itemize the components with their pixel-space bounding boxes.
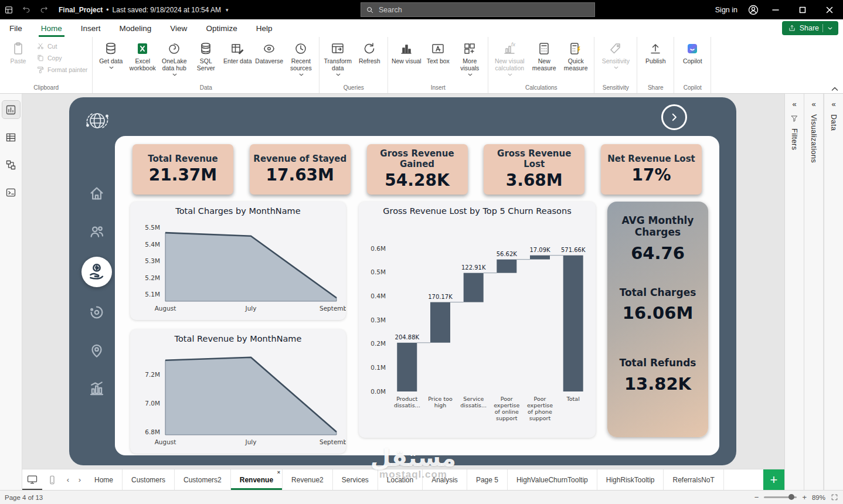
- close-tab-icon[interactable]: ×: [277, 470, 280, 475]
- prev-tab-icon[interactable]: ‹: [62, 469, 74, 490]
- nav-customers-button[interactable]: [84, 219, 110, 244]
- menu-modeling[interactable]: Modeling: [110, 19, 161, 37]
- undo-icon[interactable]: [18, 0, 35, 19]
- minimize-button[interactable]: [762, 0, 789, 19]
- nav-analysis-button[interactable]: [84, 376, 110, 401]
- menu-view[interactable]: View: [161, 19, 196, 37]
- get-data-button[interactable]: Get data: [95, 40, 127, 71]
- report-view-button[interactable]: [2, 101, 20, 118]
- mobile-layout-button[interactable]: [42, 469, 62, 490]
- next-tab-icon[interactable]: ›: [74, 469, 86, 490]
- more-visuals-button[interactable]: More visuals: [454, 40, 485, 78]
- menu-insert[interactable]: Insert: [72, 19, 110, 37]
- sql-server-button[interactable]: SQL Server: [190, 40, 222, 73]
- chart-title: Total Charges by MonthName: [130, 202, 346, 216]
- page-tab-page-5[interactable]: Page 5: [467, 469, 508, 490]
- onelake-data-hub-button[interactable]: OneLake data hub: [158, 40, 190, 78]
- expand-filters-icon[interactable]: «: [792, 100, 796, 108]
- excel-workbook-button[interactable]: Excel workbook: [127, 40, 158, 73]
- sensitivity-button[interactable]: Sensitivity: [597, 40, 634, 71]
- table-view-button[interactable]: [2, 128, 20, 146]
- maximize-button[interactable]: [789, 0, 816, 19]
- new-visual-button[interactable]: New visual: [390, 40, 422, 66]
- collapse-ribbon-icon[interactable]: [831, 87, 838, 91]
- next-page-button[interactable]: [661, 104, 687, 130]
- report-canvas[interactable]: Total Revenue 21.37M Revenue of Stayed 1…: [22, 94, 784, 469]
- nav-revenue-button[interactable]: [81, 257, 112, 287]
- filters-pane-label: Filters: [790, 128, 798, 151]
- menu-file[interactable]: File: [0, 19, 32, 37]
- kpi-total-revenue[interactable]: Total Revenue 21.37M: [132, 144, 233, 195]
- page-tab-label: Analysis: [431, 476, 458, 484]
- expand-visualizations-icon[interactable]: «: [811, 100, 815, 108]
- text-box-button[interactable]: Text box: [422, 40, 454, 66]
- zoom-out-button[interactable]: −: [754, 493, 759, 502]
- chart-total-charges[interactable]: Total Charges by MonthName 5.5M5.4M5.3M5…: [130, 202, 346, 320]
- new-measure-button[interactable]: New measure: [528, 40, 560, 73]
- quick-measure-button[interactable]: Quick measure: [560, 40, 592, 73]
- page-tab-customers2[interactable]: Customers2: [175, 469, 231, 490]
- page-tab-highrisktooltip[interactable]: HighRiskTooltip: [597, 469, 664, 490]
- kpi-revenue-of-stayed[interactable]: Revenue of Stayed 17.63M: [250, 144, 351, 195]
- zoom-slider[interactable]: [764, 496, 797, 498]
- filters-pane[interactable]: « Filters: [784, 94, 804, 490]
- page-tab-analysis[interactable]: Analysis: [423, 469, 467, 490]
- svg-text:0.2M: 0.2M: [370, 340, 386, 347]
- app-icon[interactable]: [0, 0, 18, 19]
- nav-home-button[interactable]: [84, 181, 110, 206]
- search-box[interactable]: [361, 2, 595, 17]
- desktop-layout-button[interactable]: [22, 469, 42, 490]
- refresh-button[interactable]: Refresh: [353, 40, 385, 66]
- model-view-button[interactable]: [2, 156, 20, 173]
- add-page-button[interactable]: +: [763, 469, 784, 490]
- stats-panel[interactable]: AVG Monthly Charges 64.76 Total Charges …: [607, 202, 708, 437]
- kpi-net-revenue-lost[interactable]: Net Revenue Lost 17%: [601, 144, 702, 195]
- account-avatar-icon[interactable]: [745, 0, 762, 19]
- chart-total-revenue[interactable]: Total Revenue by MonthName 7.2M7.0M6.8MA…: [130, 329, 346, 454]
- cut-button[interactable]: Cut: [34, 41, 90, 52]
- recent-sources-button[interactable]: Recent sources: [285, 40, 317, 78]
- title-caret-icon[interactable]: ▾: [226, 7, 229, 13]
- sign-in-button[interactable]: Sign in: [715, 6, 737, 14]
- page-tab-customers[interactable]: Customers: [123, 469, 175, 490]
- expand-data-icon[interactable]: «: [831, 100, 835, 108]
- search-input[interactable]: [379, 6, 590, 14]
- visualizations-pane[interactable]: « Visualizations: [804, 94, 823, 490]
- data-pane[interactable]: « Data: [824, 94, 843, 490]
- nav-settings-button[interactable]: [84, 299, 110, 325]
- format-painter-button[interactable]: Format painter: [34, 64, 90, 75]
- menu-optimize[interactable]: Optimize: [196, 19, 246, 37]
- paste-button[interactable]: Paste: [2, 40, 34, 66]
- kpi-gross-revenue-lost[interactable]: Gross Revenue Lost 3.68M: [484, 144, 584, 195]
- page-tab-renvenue[interactable]: Renvenue×: [231, 469, 283, 490]
- new-visual-calculation-button[interactable]: fx New visual calculation: [491, 40, 528, 78]
- chart-waterfall[interactable]: Gross Revenue Lost by Top 5 Churn Reason…: [359, 202, 596, 438]
- enter-data-button[interactable]: Enter data: [222, 40, 253, 66]
- page-tab-revenue2[interactable]: Revenue2: [283, 469, 333, 490]
- document-title[interactable]: Final_Project • Last saved: 9/18/2024 at…: [59, 6, 229, 14]
- transform-data-button[interactable]: Transform data: [322, 40, 353, 78]
- title-bar: Final_Project • Last saved: 9/18/2024 at…: [0, 0, 843, 19]
- nav-location-button[interactable]: [84, 338, 110, 363]
- share-button[interactable]: Share: [782, 21, 838, 35]
- copilot-button[interactable]: Copilot: [677, 40, 708, 66]
- redo-icon[interactable]: [35, 0, 53, 19]
- page-tab-home[interactable]: Home: [86, 469, 123, 490]
- page-tab-services[interactable]: Services: [333, 469, 378, 490]
- copy-button[interactable]: Copy: [34, 53, 90, 63]
- fit-to-page-button[interactable]: [831, 493, 838, 501]
- menu-help[interactable]: Help: [247, 19, 282, 37]
- close-button[interactable]: [816, 0, 843, 19]
- publish-button[interactable]: Publish: [640, 40, 671, 66]
- dataverse-button[interactable]: Dataverse: [253, 40, 285, 66]
- dax-query-view-button[interactable]: [2, 183, 20, 201]
- menu-home[interactable]: Home: [32, 19, 72, 37]
- page-tab-location[interactable]: Location: [378, 469, 423, 490]
- zoom-in-button[interactable]: +: [802, 493, 807, 502]
- zoom-slider-thumb[interactable]: [788, 494, 794, 500]
- phone-icon: [47, 475, 57, 485]
- page-tab-highvaluechurntooltip[interactable]: HighValueChurnTooltip: [508, 469, 597, 490]
- kpi-gross-revenue-gained[interactable]: Gross Revenue Gained 54.28K: [367, 144, 468, 195]
- sql-server-icon: [199, 42, 213, 56]
- page-tab-referralsnot[interactable]: ReferralsNoT: [664, 469, 723, 490]
